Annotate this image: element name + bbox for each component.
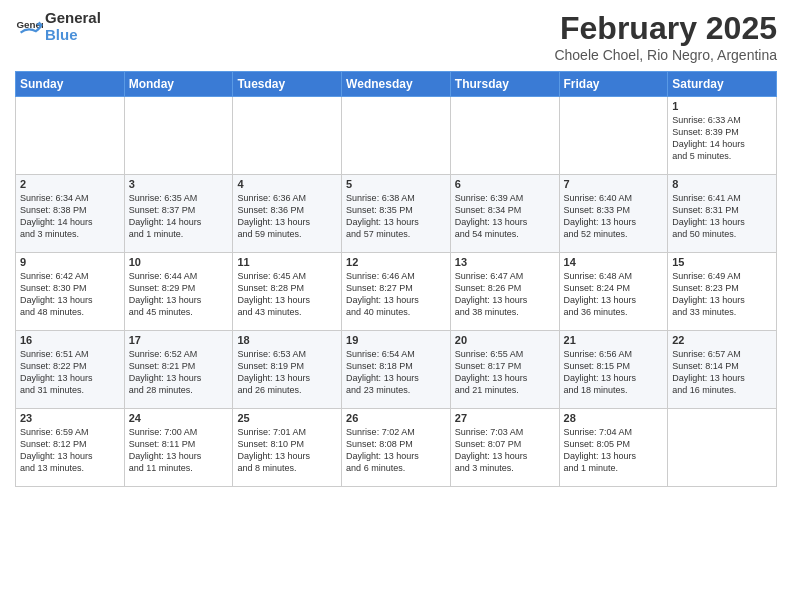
day-number: 27 <box>455 412 555 424</box>
day-info: Sunrise: 7:03 AM Sunset: 8:07 PM Dayligh… <box>455 426 555 475</box>
col-saturday: Saturday <box>668 72 777 97</box>
day-number: 15 <box>672 256 772 268</box>
day-info: Sunrise: 7:04 AM Sunset: 8:05 PM Dayligh… <box>564 426 664 475</box>
calendar-cell <box>16 97 125 175</box>
day-number: 5 <box>346 178 446 190</box>
day-info: Sunrise: 6:59 AM Sunset: 8:12 PM Dayligh… <box>20 426 120 475</box>
day-number: 12 <box>346 256 446 268</box>
day-number: 4 <box>237 178 337 190</box>
day-number: 10 <box>129 256 229 268</box>
calendar-cell: 27Sunrise: 7:03 AM Sunset: 8:07 PM Dayli… <box>450 409 559 487</box>
calendar-cell: 5Sunrise: 6:38 AM Sunset: 8:35 PM Daylig… <box>342 175 451 253</box>
day-number: 26 <box>346 412 446 424</box>
col-friday: Friday <box>559 72 668 97</box>
day-number: 19 <box>346 334 446 346</box>
day-info: Sunrise: 6:45 AM Sunset: 8:28 PM Dayligh… <box>237 270 337 319</box>
day-number: 8 <box>672 178 772 190</box>
day-info: Sunrise: 6:33 AM Sunset: 8:39 PM Dayligh… <box>672 114 772 163</box>
day-info: Sunrise: 7:00 AM Sunset: 8:11 PM Dayligh… <box>129 426 229 475</box>
header: General General Blue February 2025 Choel… <box>15 10 777 63</box>
calendar-cell: 26Sunrise: 7:02 AM Sunset: 8:08 PM Dayli… <box>342 409 451 487</box>
calendar-cell: 19Sunrise: 6:54 AM Sunset: 8:18 PM Dayli… <box>342 331 451 409</box>
calendar-cell: 13Sunrise: 6:47 AM Sunset: 8:26 PM Dayli… <box>450 253 559 331</box>
day-number: 2 <box>20 178 120 190</box>
day-number: 6 <box>455 178 555 190</box>
calendar-cell: 18Sunrise: 6:53 AM Sunset: 8:19 PM Dayli… <box>233 331 342 409</box>
col-thursday: Thursday <box>450 72 559 97</box>
day-info: Sunrise: 6:41 AM Sunset: 8:31 PM Dayligh… <box>672 192 772 241</box>
day-number: 1 <box>672 100 772 112</box>
day-info: Sunrise: 6:35 AM Sunset: 8:37 PM Dayligh… <box>129 192 229 241</box>
day-number: 7 <box>564 178 664 190</box>
calendar-cell: 1Sunrise: 6:33 AM Sunset: 8:39 PM Daylig… <box>668 97 777 175</box>
day-number: 17 <box>129 334 229 346</box>
calendar-cell: 28Sunrise: 7:04 AM Sunset: 8:05 PM Dayli… <box>559 409 668 487</box>
month-title: February 2025 <box>554 10 777 47</box>
calendar-cell: 6Sunrise: 6:39 AM Sunset: 8:34 PM Daylig… <box>450 175 559 253</box>
week-row-4: 23Sunrise: 6:59 AM Sunset: 8:12 PM Dayli… <box>16 409 777 487</box>
calendar-cell: 8Sunrise: 6:41 AM Sunset: 8:31 PM Daylig… <box>668 175 777 253</box>
day-number: 14 <box>564 256 664 268</box>
calendar-cell: 15Sunrise: 6:49 AM Sunset: 8:23 PM Dayli… <box>668 253 777 331</box>
calendar-cell: 20Sunrise: 6:55 AM Sunset: 8:17 PM Dayli… <box>450 331 559 409</box>
calendar-cell: 11Sunrise: 6:45 AM Sunset: 8:28 PM Dayli… <box>233 253 342 331</box>
week-row-1: 2Sunrise: 6:34 AM Sunset: 8:38 PM Daylig… <box>16 175 777 253</box>
day-info: Sunrise: 6:49 AM Sunset: 8:23 PM Dayligh… <box>672 270 772 319</box>
day-number: 20 <box>455 334 555 346</box>
day-number: 25 <box>237 412 337 424</box>
calendar-cell: 23Sunrise: 6:59 AM Sunset: 8:12 PM Dayli… <box>16 409 125 487</box>
week-row-2: 9Sunrise: 6:42 AM Sunset: 8:30 PM Daylig… <box>16 253 777 331</box>
day-number: 13 <box>455 256 555 268</box>
day-number: 16 <box>20 334 120 346</box>
day-info: Sunrise: 7:01 AM Sunset: 8:10 PM Dayligh… <box>237 426 337 475</box>
calendar-cell: 16Sunrise: 6:51 AM Sunset: 8:22 PM Dayli… <box>16 331 125 409</box>
day-info: Sunrise: 6:51 AM Sunset: 8:22 PM Dayligh… <box>20 348 120 397</box>
day-number: 21 <box>564 334 664 346</box>
day-info: Sunrise: 6:38 AM Sunset: 8:35 PM Dayligh… <box>346 192 446 241</box>
calendar-cell <box>668 409 777 487</box>
day-info: Sunrise: 6:36 AM Sunset: 8:36 PM Dayligh… <box>237 192 337 241</box>
calendar-cell: 14Sunrise: 6:48 AM Sunset: 8:24 PM Dayli… <box>559 253 668 331</box>
day-info: Sunrise: 6:34 AM Sunset: 8:38 PM Dayligh… <box>20 192 120 241</box>
calendar-cell: 4Sunrise: 6:36 AM Sunset: 8:36 PM Daylig… <box>233 175 342 253</box>
calendar-header-row: Sunday Monday Tuesday Wednesday Thursday… <box>16 72 777 97</box>
calendar-cell: 9Sunrise: 6:42 AM Sunset: 8:30 PM Daylig… <box>16 253 125 331</box>
logo-icon: General <box>15 13 43 41</box>
day-info: Sunrise: 6:44 AM Sunset: 8:29 PM Dayligh… <box>129 270 229 319</box>
calendar-cell: 24Sunrise: 7:00 AM Sunset: 8:11 PM Dayli… <box>124 409 233 487</box>
week-row-0: 1Sunrise: 6:33 AM Sunset: 8:39 PM Daylig… <box>16 97 777 175</box>
calendar-cell <box>233 97 342 175</box>
calendar-cell: 22Sunrise: 6:57 AM Sunset: 8:14 PM Dayli… <box>668 331 777 409</box>
day-number: 11 <box>237 256 337 268</box>
calendar-cell: 3Sunrise: 6:35 AM Sunset: 8:37 PM Daylig… <box>124 175 233 253</box>
calendar-cell: 10Sunrise: 6:44 AM Sunset: 8:29 PM Dayli… <box>124 253 233 331</box>
day-number: 3 <box>129 178 229 190</box>
logo-general: General <box>45 9 101 26</box>
day-info: Sunrise: 6:53 AM Sunset: 8:19 PM Dayligh… <box>237 348 337 397</box>
day-number: 23 <box>20 412 120 424</box>
day-info: Sunrise: 6:42 AM Sunset: 8:30 PM Dayligh… <box>20 270 120 319</box>
day-info: Sunrise: 6:54 AM Sunset: 8:18 PM Dayligh… <box>346 348 446 397</box>
col-monday: Monday <box>124 72 233 97</box>
calendar-cell: 2Sunrise: 6:34 AM Sunset: 8:38 PM Daylig… <box>16 175 125 253</box>
day-info: Sunrise: 6:46 AM Sunset: 8:27 PM Dayligh… <box>346 270 446 319</box>
week-row-3: 16Sunrise: 6:51 AM Sunset: 8:22 PM Dayli… <box>16 331 777 409</box>
col-sunday: Sunday <box>16 72 125 97</box>
day-info: Sunrise: 6:39 AM Sunset: 8:34 PM Dayligh… <box>455 192 555 241</box>
day-number: 24 <box>129 412 229 424</box>
day-info: Sunrise: 6:55 AM Sunset: 8:17 PM Dayligh… <box>455 348 555 397</box>
calendar-cell: 7Sunrise: 6:40 AM Sunset: 8:33 PM Daylig… <box>559 175 668 253</box>
day-info: Sunrise: 7:02 AM Sunset: 8:08 PM Dayligh… <box>346 426 446 475</box>
day-info: Sunrise: 6:47 AM Sunset: 8:26 PM Dayligh… <box>455 270 555 319</box>
day-info: Sunrise: 6:48 AM Sunset: 8:24 PM Dayligh… <box>564 270 664 319</box>
calendar-cell: 12Sunrise: 6:46 AM Sunset: 8:27 PM Dayli… <box>342 253 451 331</box>
day-number: 9 <box>20 256 120 268</box>
day-info: Sunrise: 6:40 AM Sunset: 8:33 PM Dayligh… <box>564 192 664 241</box>
calendar-cell: 25Sunrise: 7:01 AM Sunset: 8:10 PM Dayli… <box>233 409 342 487</box>
day-info: Sunrise: 6:56 AM Sunset: 8:15 PM Dayligh… <box>564 348 664 397</box>
location: Choele Choel, Rio Negro, Argentina <box>554 47 777 63</box>
logo-blue: Blue <box>45 26 78 43</box>
calendar-cell <box>450 97 559 175</box>
calendar-cell <box>124 97 233 175</box>
day-number: 18 <box>237 334 337 346</box>
